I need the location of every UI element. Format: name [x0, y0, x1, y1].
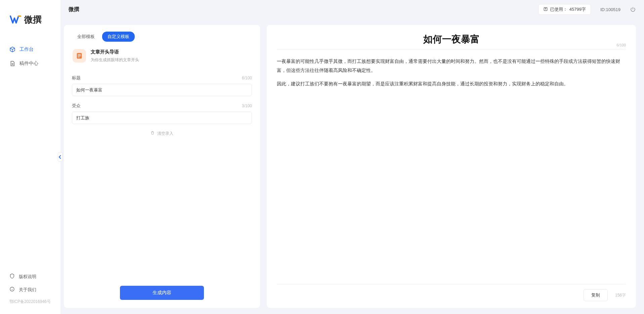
sidebar: 微撰 工作台 稿件中心 版权说明	[0, 0, 60, 314]
svg-rect-4	[78, 55, 81, 56]
footer-item-label: 关于我们	[19, 287, 36, 293]
footer-about[interactable]: 关于我们	[0, 283, 60, 296]
topbar: 微撰 已使用： 45799字 ID:100519	[60, 0, 644, 19]
field-label: 标题	[72, 75, 81, 81]
field-counter: 3/100	[242, 104, 252, 108]
document-icon	[9, 61, 15, 67]
shield-icon	[9, 273, 15, 280]
preview-panel: 如何一夜暴富 6/100 一夜暴富的可能性几乎微乎其微，而打工族想要实现财富自由…	[267, 25, 636, 308]
field-title: 标题 6/100	[72, 75, 252, 96]
tabs: 全部模板 自定义模板	[72, 32, 252, 42]
clear-input-link[interactable]: 清空录入	[72, 131, 252, 136]
preview-title-wrap: 如何一夜暴富 6/100	[277, 33, 626, 49]
form: 标题 6/100 受众 3/100	[72, 75, 252, 136]
audience-input[interactable]	[72, 112, 252, 124]
clear-label: 清空录入	[157, 131, 173, 136]
template-header: 文章开头导语 为你生成抓眼球的文章开头	[72, 49, 252, 63]
nav-item-workspace[interactable]: 工作台	[0, 42, 60, 56]
sidebar-collapse-handle[interactable]	[58, 152, 62, 162]
copy-button[interactable]: 复制	[584, 289, 608, 301]
power-icon[interactable]	[630, 6, 636, 12]
text-icon	[543, 7, 548, 12]
preview-title: 如何一夜暴富	[277, 33, 626, 46]
svg-rect-3	[78, 54, 81, 55]
preview-title-counter: 6/100	[616, 43, 626, 47]
logo: 微撰	[0, 0, 60, 36]
tab-custom-templates[interactable]: 自定义模板	[102, 32, 135, 42]
tab-all-templates[interactable]: 全部模板	[72, 32, 100, 42]
content: 全部模板 自定义模板 文章开头导语 为你生成抓眼球的文章开头 标题	[60, 19, 644, 314]
svg-rect-5	[78, 57, 80, 57]
char-count: 156字	[615, 292, 626, 298]
nav-item-drafts[interactable]: 稿件中心	[0, 56, 60, 71]
usage-value: 45799字	[569, 6, 586, 12]
field-audience: 受众 3/100	[72, 103, 252, 124]
usage-badge[interactable]: 已使用： 45799字	[538, 4, 591, 15]
topbar-right: 已使用： 45799字 ID:100519	[538, 4, 636, 15]
usage-label: 已使用：	[550, 6, 567, 12]
template-title: 文章开头导语	[91, 49, 139, 55]
title-input[interactable]	[72, 84, 252, 96]
footer-copyright[interactable]: 版权说明	[0, 270, 60, 283]
user-id-label: ID:	[600, 7, 606, 12]
preview-body: 一夜暴富的可能性几乎微乎其微，而打工族想要实现财富自由，通常需要付出大量的时间和…	[277, 57, 626, 284]
preview-footer: 复制 156字	[277, 284, 626, 301]
template-desc: 为你生成抓眼球的文章开头	[91, 57, 139, 63]
page-title: 微撰	[69, 6, 79, 13]
logo-text: 微撰	[24, 14, 42, 26]
info-icon	[9, 286, 15, 293]
trash-icon	[151, 131, 156, 136]
template-icon	[73, 49, 86, 63]
field-counter: 6/100	[242, 76, 252, 80]
footer-item-label: 版权说明	[19, 274, 36, 280]
nav: 工作台 稿件中心	[0, 36, 60, 270]
main: 微撰 已使用： 45799字 ID:100519	[60, 0, 644, 314]
nav-item-label: 工作台	[19, 46, 34, 52]
preview-paragraph: 一夜暴富的可能性几乎微乎其微，而打工族想要实现财富自由，通常需要付出大量的时间和…	[277, 57, 626, 75]
form-panel: 全部模板 自定义模板 文章开头导语 为你生成抓眼球的文章开头 标题	[64, 25, 260, 308]
icp-text: 鄂ICP备2022016946号	[0, 296, 60, 307]
sidebar-footer: 版权说明 关于我们 鄂ICP备2022016946号	[0, 270, 60, 314]
generate-button[interactable]: 生成内容	[120, 286, 204, 300]
field-label: 受众	[72, 103, 81, 109]
cube-icon	[9, 46, 15, 52]
nav-item-label: 稿件中心	[19, 61, 38, 67]
user-id: ID:100519	[600, 7, 620, 12]
user-id-value: 100519	[606, 7, 620, 12]
logo-icon	[9, 13, 22, 26]
preview-paragraph: 因此，建议打工族们不要抱有一夜暴富的期望，而是应该注重积累财富和提高自身技能，通…	[277, 79, 626, 88]
